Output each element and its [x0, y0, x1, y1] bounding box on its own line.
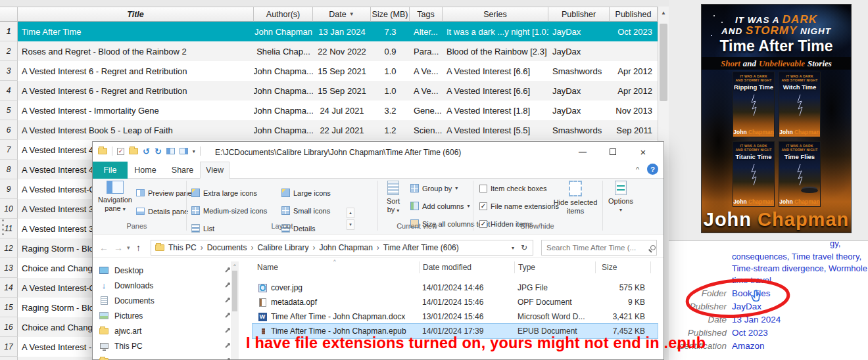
preview-pane-icon[interactable] [166, 148, 175, 154]
file-row[interactable]: metadata.opf14/01/2024 15:46OPF Document… [253, 295, 658, 309]
table-row[interactable]: 4A Vested Interest 6 - Regret and Retrib… [0, 81, 658, 101]
tag-link-line[interactable]: consequences, Time travel theory, [732, 251, 867, 263]
sort-by-button[interactable]: Sort by ▾ [380, 181, 406, 215]
breadcrumb-item[interactable]: Calibre Library [257, 243, 308, 252]
folder-icon[interactable] [129, 148, 138, 154]
column-header-tags[interactable]: Tags [410, 7, 443, 22]
details-pane-icon[interactable] [180, 148, 188, 154]
layout-item-large-icons[interactable]: Large icons [281, 187, 331, 199]
up-icon[interactable]: ↑ [136, 242, 141, 253]
column-header-series[interactable]: Series [443, 7, 548, 22]
sidebar-item-ajwc.art[interactable]: ajwc.art [98, 323, 229, 338]
sidebar-item-documents[interactable]: Documents [98, 293, 229, 308]
tab-home[interactable]: Home [129, 162, 162, 179]
scrollbar-up-icon[interactable]: ▲ [658, 7, 669, 18]
search-box[interactable] [541, 240, 657, 256]
unchecked-checkbox-icon[interactable] [479, 185, 487, 192]
navigation-pane-button[interactable]: Navigation pane ▾ [97, 181, 133, 214]
table-row[interactable]: 2Roses and Regret - Blood of the Rainbow… [0, 41, 658, 61]
maximize-button[interactable] [598, 142, 628, 162]
breadcrumb-bar[interactable]: This PC›Documents›Calibre Library›John C… [151, 240, 533, 256]
search-input[interactable] [542, 244, 650, 252]
recent-locations-icon[interactable]: ▾ [127, 244, 130, 251]
layout-item-medium-sized-icons[interactable]: Medium-sized icons [191, 204, 267, 217]
forward-icon[interactable]: → [114, 242, 123, 253]
metadata-value-link[interactable]: Oct 2023 [732, 328, 768, 341]
mini-title: Titanic Time [733, 153, 774, 160]
file-column-size[interactable]: Size [602, 260, 617, 275]
column-header-date[interactable]: Date▼ [313, 7, 371, 22]
refresh-icon[interactable]: ↻ [521, 243, 527, 252]
sidebar-item-pictures[interactable]: Pictures [98, 308, 229, 323]
redo-icon[interactable]: ↻ [155, 147, 162, 156]
tab-file[interactable]: File [93, 162, 128, 179]
column-header-publisher[interactable]: Publisher [548, 7, 610, 22]
layout-scroll-up-icon[interactable]: ▴ [347, 208, 354, 218]
checkbox-icon[interactable]: ✓ [117, 148, 124, 155]
folder-icon[interactable] [98, 148, 107, 154]
checkbox-item-check-boxes[interactable]: Item check boxes [479, 182, 547, 194]
table-row[interactable]: 1Time After TimeJohn Chapman13 Jan 20247… [0, 22, 658, 41]
book-cover-image[interactable]: IT WAS A DARK AND STORMY NIGHT Time Afte… [701, 4, 852, 233]
metadata-value-link[interactable]: Book files [732, 288, 771, 302]
checked-checkbox-icon[interactable]: ✓ [479, 202, 487, 210]
address-dropdown-icon[interactable]: ▾ [512, 245, 514, 251]
file-column-type[interactable]: Type [518, 260, 535, 275]
breadcrumb-item[interactable]: Documents [207, 243, 247, 252]
caret-down-icon[interactable]: ▾ [193, 148, 195, 154]
tag-link-line[interactable]: Time-stream divergence, Wormhole [732, 263, 867, 275]
details-pane-button[interactable]: Details pane [136, 205, 188, 217]
file-column-date-modified[interactable]: Date modified [423, 260, 471, 275]
scrollbar-thumb[interactable] [660, 24, 667, 101]
collapse-ribbon-icon[interactable]: ^ [636, 166, 639, 173]
sidebar-item-desktop[interactable]: Desktop [98, 263, 229, 278]
back-icon[interactable]: ← [99, 242, 108, 253]
checkbox-file-name-extensions[interactable]: ✓File name extensions [479, 200, 559, 212]
scrollbar-thumb[interactable] [232, 271, 237, 311]
group-by-button[interactable]: Group by▾ [410, 182, 458, 194]
group-by-icon [410, 184, 419, 192]
add-columns-button[interactable]: Add columns▾ [410, 200, 470, 212]
column-header-size[interactable]: Size (MB) [371, 7, 410, 22]
layout-item-list[interactable]: List [191, 222, 214, 235]
layout-item-extra-large-icons[interactable]: Extra large icons [191, 187, 257, 199]
cell-title: A Vested Interest Book 5 - Leap of Faith [18, 120, 254, 140]
sidebar-item-this-pc[interactable]: This PC [98, 338, 229, 353]
scrollbar-up-icon[interactable]: ^ [231, 261, 239, 269]
column-header-published[interactable]: Published [610, 7, 658, 22]
undo-icon[interactable]: ↺ [143, 147, 150, 156]
column-header-title[interactable]: Title [18, 7, 254, 22]
tab-view[interactable]: View [200, 162, 229, 179]
table-row[interactable]: 5A Vested Interest - Immortality GeneJoh… [0, 101, 658, 120]
help-icon[interactable]: ? [647, 164, 658, 175]
minimize-button[interactable]: — [567, 142, 598, 162]
table-row[interactable]: 3A Vested Interest 6 - Regret and Retrib… [0, 61, 658, 81]
tab-share[interactable]: Share [165, 162, 200, 179]
breadcrumb-item[interactable]: John Chapman [319, 243, 372, 252]
close-button[interactable]: × [628, 142, 658, 162]
file-column-name[interactable]: Name [257, 260, 278, 275]
file-row[interactable]: cover.jpg14/01/2024 14:46JPG File575 KB [253, 281, 658, 295]
file-row[interactable]: WTime After Time - John Chapman.docx13/0… [253, 309, 658, 324]
preview-pane-button[interactable]: Preview pane [136, 187, 192, 199]
tags-link-fragment[interactable]: gy, [830, 240, 840, 248]
pin-icon [224, 282, 230, 288]
metadata-value-link[interactable]: Amazon [732, 341, 765, 354]
column-header-rownum[interactable] [0, 7, 18, 22]
checked-checkbox-icon[interactable]: ✓ [479, 220, 487, 228]
metadata-value-link[interactable]: JayDax [732, 302, 761, 315]
options-button[interactable]: Options ▾ [606, 181, 636, 214]
sidebar-item-folder[interactable] [98, 353, 229, 360]
layout-scroll-down-icon[interactable]: ▾ [347, 219, 354, 230]
metadata-value-link[interactable]: 13 Jan 2024 [732, 315, 781, 328]
column-header-authors[interactable]: Author(s) [254, 7, 313, 22]
navigation-scrollbar[interactable]: ^ [231, 261, 239, 359]
table-row[interactable]: 6A Vested Interest Book 5 - Leap of Fait… [0, 120, 658, 140]
hide-selected-items-button[interactable]: Hide selected items [551, 181, 600, 215]
left-splitter-handle[interactable] [1, 219, 5, 235]
breadcrumb-item[interactable]: This PC [168, 243, 197, 252]
tag-link-line[interactable]: time travel [732, 275, 867, 286]
breadcrumb-item[interactable]: Time After Time (606) [383, 243, 459, 252]
layout-item-small-icons[interactable]: Small icons [281, 204, 330, 217]
sidebar-item-downloads[interactable]: ↓Downloads [98, 278, 229, 293]
